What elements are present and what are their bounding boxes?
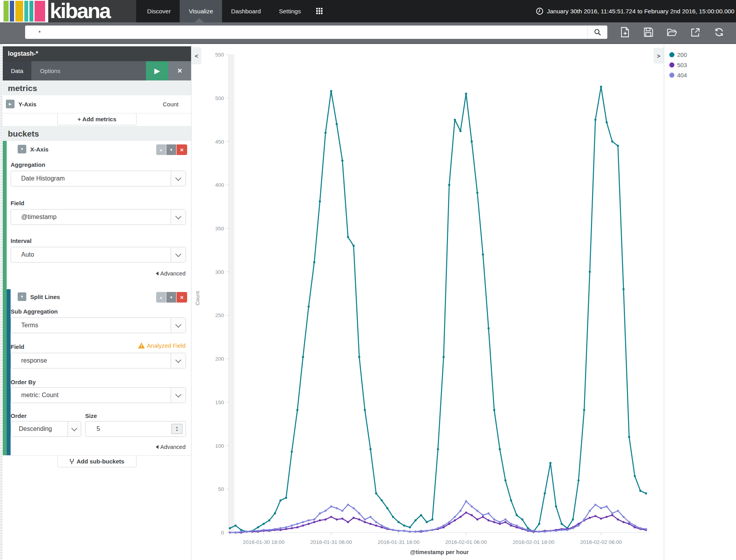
field-select[interactable]: @timestamp <box>11 209 186 225</box>
field-label: Field <box>11 200 24 206</box>
aggregation-select[interactable]: Date Histogram <box>11 171 186 186</box>
svg-text:250: 250 <box>215 312 224 318</box>
arrow-up-icon: ▲ <box>159 148 163 152</box>
number-spinner[interactable]: ▲ ▼ <box>171 424 182 434</box>
buckets-body: ▼ X-Axis ▲ ▼ × Aggregation Date Histogra… <box>3 141 191 455</box>
nav-menu: Discover Visualize Dashboard Settings <box>138 0 310 22</box>
chevron-down-icon <box>175 175 182 181</box>
search-query-text[interactable]: * <box>25 29 587 36</box>
select-arrow <box>171 388 186 403</box>
visualize-toolbar-icons <box>620 26 724 38</box>
nav-item-dashboard[interactable]: Dashboard <box>222 0 270 22</box>
remove-bucket-button[interactable]: × <box>177 292 187 303</box>
chevron-right-icon: ▶ <box>9 102 12 106</box>
add-metrics-row: + Add metrics <box>3 113 191 125</box>
split-lines-collapse-button[interactable]: ▼ <box>18 292 26 301</box>
save-icon <box>644 27 653 37</box>
legend-collapse-button[interactable]: > <box>654 48 664 64</box>
refresh-button[interactable] <box>714 26 724 38</box>
load-visualization-button[interactable] <box>667 26 677 38</box>
metrics-heading: metrics <box>3 80 191 95</box>
svg-text:2016-02-01 06:00: 2016-02-01 06:00 <box>445 539 487 545</box>
play-icon: ▶ <box>154 66 160 75</box>
search-input[interactable]: * <box>25 26 607 39</box>
tab-data[interactable]: Data <box>3 61 31 80</box>
legend-item-200[interactable]: 200 <box>669 49 736 60</box>
y-axis-metric-row[interactable]: ▶ Y-Axis Count <box>3 95 191 113</box>
chevron-down-icon <box>71 425 78 431</box>
save-visualization-button[interactable] <box>643 26 654 38</box>
move-down-button[interactable]: ▼ <box>166 144 176 155</box>
legend-item-404[interactable]: 404 <box>669 70 736 80</box>
interval-label: Interval <box>11 237 31 244</box>
add-sub-buckets-button[interactable]: Add sub-buckets <box>57 456 137 467</box>
nav-item-discover[interactable]: Discover <box>138 0 180 22</box>
select-arrow <box>67 421 81 436</box>
tab-options[interactable]: Options <box>31 61 146 80</box>
split-lines-section-header: ▼ Split Lines ▲ ▼ × <box>18 292 191 303</box>
move-down-button[interactable]: ▼ <box>166 292 176 303</box>
order-select[interactable]: Descending <box>11 421 81 437</box>
svg-text:500: 500 <box>215 95 224 101</box>
kibana-app: kibana Discover Visualize Dashboard Sett… <box>0 0 736 560</box>
folder-open-icon <box>667 28 677 36</box>
new-document-icon <box>621 27 630 38</box>
order-label: Order <box>11 412 27 419</box>
select-arrow <box>171 318 186 333</box>
move-up-button[interactable]: ▲ <box>156 292 166 303</box>
size-input[interactable]: 5 ▲ ▼ <box>85 421 186 437</box>
brand-text: kibana <box>50 1 136 20</box>
svg-text:150: 150 <box>215 399 224 405</box>
line-chart[interactable]: 0501001502002503003504004505005502016-01… <box>191 44 664 560</box>
move-up-button[interactable]: ▲ <box>156 144 166 155</box>
sub-aggregation-select[interactable]: Terms <box>11 317 186 333</box>
x-axis-bucket-color-bar <box>3 141 7 455</box>
remove-bucket-button[interactable]: × <box>177 144 187 155</box>
select-arrow <box>171 247 186 262</box>
add-metrics-button[interactable]: + Add metrics <box>57 113 137 125</box>
y-axis-label: Y-Axis <box>18 95 36 113</box>
apply-changes-button[interactable]: ▶ <box>146 61 168 80</box>
y-axis-toggle-button[interactable]: ▶ <box>6 100 15 108</box>
order-by-select[interactable]: metric: Count <box>11 387 186 403</box>
legend-item-503[interactable]: 503 <box>669 60 736 70</box>
chevron-down-icon <box>175 251 182 257</box>
nav-item-settings[interactable]: Settings <box>270 0 310 22</box>
series-color-dot <box>669 73 674 78</box>
discard-changes-button[interactable]: × <box>168 61 191 80</box>
aggregation-label: Aggregation <box>11 161 45 168</box>
analyzed-field-warning: Analyzed Field <box>138 342 186 349</box>
share-visualization-button[interactable] <box>690 26 701 38</box>
remove-icon: × <box>180 294 184 301</box>
sidebar-tabs: Data Options ▶ × <box>3 61 191 80</box>
new-visualization-button[interactable] <box>620 26 630 38</box>
x-axis-advanced-link[interactable]: Advanced <box>156 270 186 277</box>
svg-text:400: 400 <box>215 182 224 188</box>
interval-select[interactable]: Auto <box>11 247 186 263</box>
kibana-logo-stripes <box>0 0 48 22</box>
svg-text:100: 100 <box>215 443 224 449</box>
index-pattern-header: logstash-* <box>3 46 191 61</box>
search-icon <box>594 29 601 36</box>
chevron-down-icon: ▼ <box>20 147 24 151</box>
split-field-select[interactable]: response <box>11 353 186 368</box>
chevron-down-icon <box>175 391 182 398</box>
clock-icon <box>536 7 543 15</box>
x-axis-collapse-button[interactable]: ▼ <box>18 145 26 153</box>
sidebar-resize-gutter[interactable] <box>0 44 3 560</box>
apps-grid-icon[interactable] <box>316 8 322 14</box>
chevron-down-icon <box>175 357 182 363</box>
active-tab-caret <box>195 18 204 22</box>
svg-text:2016-02-02 06:00: 2016-02-02 06:00 <box>580 539 622 545</box>
plus-icon: + <box>77 116 81 122</box>
svg-text:2016-01-31 18:00: 2016-01-31 18:00 <box>378 539 420 545</box>
search-submit-button[interactable] <box>587 26 607 39</box>
kibana-logo[interactable]: kibana <box>48 0 136 22</box>
x-axis-title: X-Axis <box>30 144 49 155</box>
svg-text:550: 550 <box>215 52 224 58</box>
split-lines-bucket-color-bar <box>7 289 11 455</box>
time-range-picker[interactable]: January 30th 2016, 11:45:51.724 to Febru… <box>536 0 734 22</box>
chart-legend: 200 503 404 <box>664 44 736 560</box>
split-lines-advanced-link[interactable]: Advanced <box>156 444 186 450</box>
order-by-label: Order By <box>11 379 36 385</box>
